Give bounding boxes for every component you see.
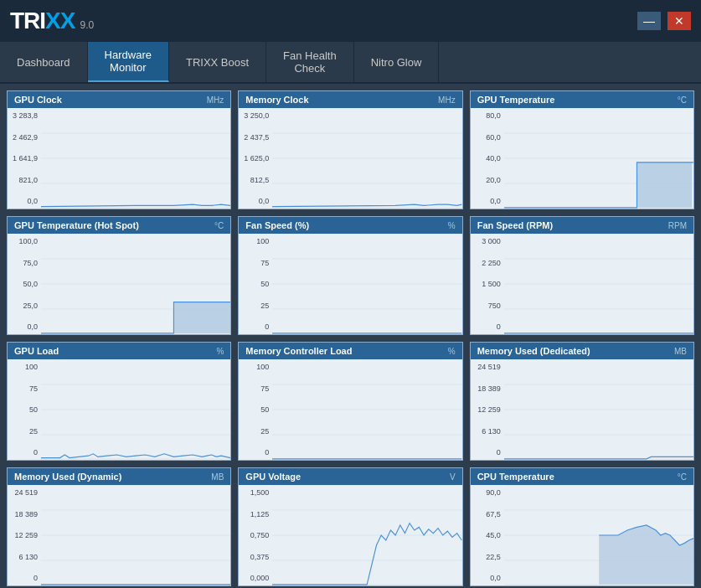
chart-gpu-load-title: GPU Load <box>14 346 59 356</box>
chart-memory-controller-load: Memory Controller Load % 100 75 50 25 0 <box>238 342 462 461</box>
chart-memory-used-dynamic-body: 24 519 18 389 12 259 6 130 0 <box>8 485 230 585</box>
chart-memory-clock-yaxis: 3 250,0 2 437,5 1 625,0 812,5 0,0 <box>239 108 272 209</box>
chart-gpu-clock-body: 3 283,8 2 462,9 1 641,9 821,0 0,0 <box>8 108 230 209</box>
chart-gpu-voltage-area <box>272 485 461 585</box>
chart-fan-speed-pct-yaxis: 100 75 50 25 0 <box>239 234 272 334</box>
logo-text: TRIXX <box>10 8 75 34</box>
chart-gpu-temp-hotspot: GPU Temperature (Hot Spot) °C 100,0 75,0… <box>7 216 231 335</box>
chart-fan-speed-pct-header: Fan Speed (%) % <box>239 217 461 234</box>
chart-gpu-temp-hotspot-area <box>41 234 230 334</box>
chart-fan-speed-rpm-header: Fan Speed (RPM) RPM <box>471 217 693 234</box>
chart-gpu-clock: GPU Clock MHz 3 283,8 2 462,9 1 641,9 82… <box>7 90 231 209</box>
app-logo: TRIXX 9.0 <box>10 8 94 34</box>
chart-memory-controller-load-unit: % <box>448 347 456 356</box>
chart-memory-controller-load-yaxis: 100 75 50 25 0 <box>239 359 272 460</box>
chart-gpu-load-area <box>41 359 230 460</box>
chart-memory-used-dynamic-unit: MB <box>211 472 224 482</box>
chart-fan-speed-rpm-unit: RPM <box>668 221 687 230</box>
logo-version: 9.0 <box>80 19 94 31</box>
logo-x: XX <box>45 8 75 34</box>
chart-gpu-temperature-unit: °C <box>678 95 687 105</box>
chart-gpu-clock-unit: MHz <box>207 95 224 105</box>
nav-tabs: Dashboard HardwareMonitor TRIXX Boost Fa… <box>0 42 701 84</box>
chart-memory-clock: Memory Clock MHz 3 250,0 2 437,5 1 625,0… <box>238 90 462 209</box>
chart-gpu-load: GPU Load % 100 75 50 25 0 <box>7 342 231 461</box>
chart-cpu-temperature-unit: °C <box>678 472 687 482</box>
chart-cpu-temperature-title: CPU Temperature <box>477 472 554 482</box>
chart-gpu-load-unit: % <box>216 347 224 356</box>
chart-cpu-temperature-area <box>504 485 693 585</box>
chart-gpu-clock-header: GPU Clock MHz <box>8 91 230 108</box>
chart-gpu-temp-hotspot-yaxis: 100,0 75,0 50,0 25,0 0,0 <box>8 234 41 334</box>
chart-gpu-clock-title: GPU Clock <box>14 95 62 105</box>
chart-memory-clock-unit: MHz <box>438 95 456 105</box>
chart-gpu-load-yaxis: 100 75 50 25 0 <box>8 359 41 460</box>
window-controls: — ✕ <box>637 12 691 30</box>
chart-fan-speed-pct-title: Fan Speed (%) <box>245 220 309 230</box>
chart-memory-controller-load-title: Memory Controller Load <box>245 346 352 356</box>
chart-cpu-temperature-body: 90,0 67,5 45,0 22,5 0,0 <box>471 485 693 585</box>
chart-memory-clock-area <box>272 108 461 209</box>
chart-memory-used-dedicated-title: Memory Used (Dedicated) <box>477 346 590 356</box>
chart-gpu-voltage-body: 1,500 1,125 0,750 0,375 0,000 <box>239 485 461 585</box>
main-content[interactable]: GPU Clock MHz 3 283,8 2 462,9 1 641,9 82… <box>0 84 701 588</box>
svg-rect-18 <box>637 162 692 208</box>
chart-memory-used-dynamic-yaxis: 24 519 18 389 12 259 6 130 0 <box>8 485 41 585</box>
chart-gpu-temp-hotspot-unit: °C <box>214 221 224 230</box>
chart-cpu-temperature: CPU Temperature °C 90,0 67,5 45,0 22,5 0… <box>470 467 694 586</box>
chart-fan-speed-rpm-body: 3 000 2 250 1 500 750 0 <box>471 234 693 334</box>
chart-memory-used-dedicated-body: 24 519 18 389 12 259 6 130 0 <box>471 359 693 460</box>
chart-memory-used-dedicated-header: Memory Used (Dedicated) MB <box>471 343 693 359</box>
chart-memory-clock-header: Memory Clock MHz <box>239 91 461 108</box>
title-bar: TRIXX 9.0 — ✕ <box>0 0 701 42</box>
chart-fan-speed-rpm-area <box>504 234 693 334</box>
chart-fan-speed-pct-area <box>272 234 461 334</box>
chart-gpu-voltage-yaxis: 1,500 1,125 0,750 0,375 0,000 <box>239 485 272 585</box>
chart-gpu-temperature: GPU Temperature °C 80,0 60,0 40,0 20,0 0… <box>470 90 694 209</box>
chart-fan-speed-pct-body: 100 75 50 25 0 <box>239 234 461 334</box>
chart-memory-used-dynamic: Memory Used (Dynamic) MB 24 519 18 389 1… <box>7 467 231 586</box>
tab-hardware-monitor[interactable]: HardwareMonitor <box>88 42 169 82</box>
chart-memory-clock-body: 3 250,0 2 437,5 1 625,0 812,5 0,0 <box>239 108 461 209</box>
chart-fan-speed-rpm-yaxis: 3 000 2 250 1 500 750 0 <box>471 234 504 334</box>
chart-memory-used-dynamic-title: Memory Used (Dynamic) <box>14 472 121 482</box>
chart-gpu-voltage-unit: V <box>450 472 456 482</box>
chart-gpu-temperature-body: 80,0 60,0 40,0 20,0 0,0 <box>471 108 693 209</box>
chart-gpu-clock-yaxis: 3 283,8 2 462,9 1 641,9 821,0 0,0 <box>8 108 41 209</box>
tab-fan-health-check[interactable]: Fan HealthCheck <box>266 42 354 82</box>
chart-gpu-temperature-header: GPU Temperature °C <box>471 91 693 108</box>
chart-gpu-load-header: GPU Load % <box>8 343 230 359</box>
chart-memory-used-dynamic-area <box>41 485 230 585</box>
chart-cpu-temperature-yaxis: 90,0 67,5 45,0 22,5 0,0 <box>471 485 504 585</box>
chart-memory-used-dedicated-yaxis: 24 519 18 389 12 259 6 130 0 <box>471 359 504 460</box>
minimize-button[interactable]: — <box>637 12 661 30</box>
tab-dashboard[interactable]: Dashboard <box>0 42 88 82</box>
chart-gpu-voltage-header: GPU Voltage V <box>239 468 461 485</box>
chart-memory-controller-load-area <box>272 359 461 460</box>
chart-gpu-load-body: 100 75 50 25 0 <box>8 359 230 460</box>
chart-gpu-temperature-title: GPU Temperature <box>477 95 555 105</box>
chart-gpu-temperature-area <box>504 108 693 209</box>
chart-memory-controller-load-body: 100 75 50 25 0 <box>239 359 461 460</box>
chart-grid: GPU Clock MHz 3 283,8 2 462,9 1 641,9 82… <box>7 90 694 586</box>
chart-gpu-voltage-title: GPU Voltage <box>245 472 301 482</box>
chart-memory-controller-load-header: Memory Controller Load % <box>239 343 461 359</box>
chart-gpu-temp-hotspot-title: GPU Temperature (Hot Spot) <box>14 220 139 230</box>
chart-gpu-clock-area <box>41 108 230 209</box>
chart-fan-speed-rpm: Fan Speed (RPM) RPM 3 000 2 250 1 500 75… <box>470 216 694 335</box>
chart-memory-used-dedicated-area <box>504 359 693 460</box>
svg-rect-25 <box>173 302 230 333</box>
chart-gpu-temp-hotspot-body: 100,0 75,0 50,0 25,0 0,0 <box>8 234 230 334</box>
chart-gpu-temp-hotspot-header: GPU Temperature (Hot Spot) °C <box>8 217 230 234</box>
chart-memory-clock-title: Memory Clock <box>245 95 308 105</box>
tab-nitro-glow[interactable]: Nitro Glow <box>354 42 440 82</box>
close-button[interactable]: ✕ <box>667 12 691 30</box>
chart-memory-used-dynamic-header: Memory Used (Dynamic) MB <box>8 468 230 485</box>
chart-fan-speed-pct-unit: % <box>448 221 456 230</box>
chart-memory-used-dedicated-unit: MB <box>674 347 687 356</box>
chart-memory-used-dedicated: Memory Used (Dedicated) MB 24 519 18 389… <box>470 342 694 461</box>
tab-trixx-boost[interactable]: TRIXX Boost <box>169 42 266 82</box>
chart-gpu-temperature-yaxis: 80,0 60,0 40,0 20,0 0,0 <box>471 108 504 209</box>
chart-fan-speed-rpm-title: Fan Speed (RPM) <box>477 220 553 230</box>
chart-gpu-voltage: GPU Voltage V 1,500 1,125 0,750 0,375 0,… <box>238 467 462 586</box>
